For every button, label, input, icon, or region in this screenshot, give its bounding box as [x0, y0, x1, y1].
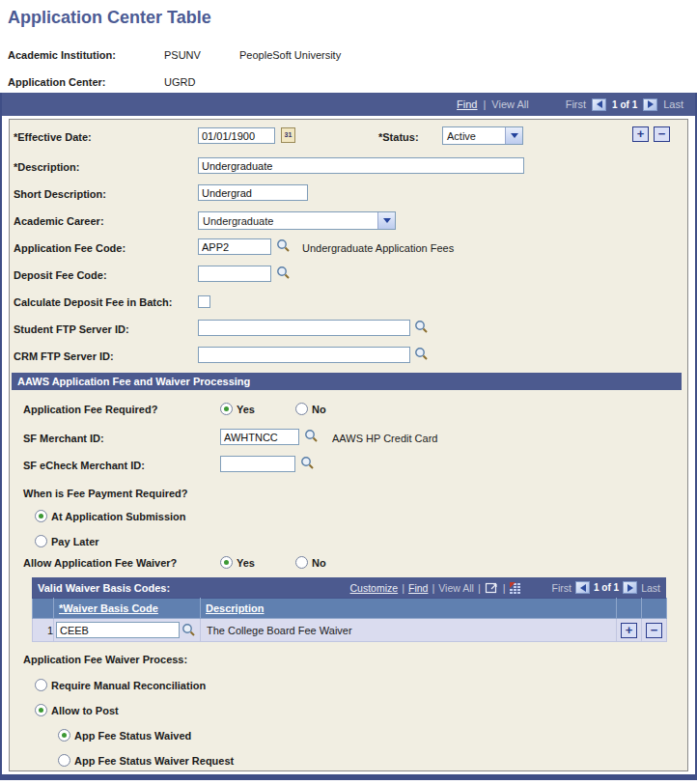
chevron-down-icon [511, 133, 518, 138]
sf-merchant-input[interactable] [220, 429, 299, 445]
application-center-panel: *Effective Date: 31 *Status: Active + − … [9, 119, 688, 771]
scroll-area-navbar: Find | View All First 1 of 1 Last [2, 93, 695, 116]
grid-title: Valid Waiver Basis Codes: [38, 582, 170, 594]
description-header: Description [201, 599, 617, 619]
table-row: 1 The College Board Fee Waiver + − [33, 619, 667, 642]
scroll-area-frame: Find | View All First 1 of 1 Last *Effec… [0, 93, 697, 780]
crm-ftp-label: CRM FTP Server ID: [14, 350, 114, 362]
popup-window-icon[interactable] [485, 581, 499, 594]
crm-ftp-input[interactable] [198, 347, 410, 363]
allow-waiver-yes-radio[interactable] [220, 556, 233, 569]
grid-separator: | [503, 582, 506, 594]
fee-required-no-label: No [312, 404, 326, 415]
lookup-icon[interactable] [300, 456, 315, 471]
delete-row-button[interactable]: − [654, 126, 670, 142]
status-value: Active [443, 130, 505, 142]
sf-echeck-input[interactable] [220, 456, 295, 472]
deposit-fee-code-input[interactable] [198, 266, 271, 282]
view-all-link[interactable]: View All [491, 98, 528, 110]
waiver-basis-code-header-link[interactable]: *Waiver Basis Code [59, 602, 158, 614]
calendar-icon[interactable]: 31 [281, 127, 295, 143]
application-center-label: Application Center: [8, 76, 105, 88]
row-number-header [33, 599, 54, 619]
application-fee-code-description: Undergraduate Application Fees [302, 242, 454, 254]
academic-career-label: Academic Career: [14, 215, 104, 227]
fee-required-label: Application Fee Required? [23, 404, 157, 415]
status-dropdown[interactable]: Active [442, 126, 523, 145]
lookup-icon[interactable] [276, 266, 291, 281]
description-header-link[interactable]: Description [206, 602, 265, 614]
effective-date-label: *Effective Date: [14, 131, 92, 143]
nav-separator: | [484, 98, 487, 110]
waiver-basis-grid: Valid Waiver Basis Codes: Customize | Fi… [32, 577, 666, 642]
fee-required-no-radio[interactable] [295, 403, 308, 415]
grid-previous-button[interactable] [575, 581, 590, 594]
add-row-button[interactable]: + [632, 126, 649, 142]
left-arrow-icon [597, 100, 602, 108]
grid-delete-row-button[interactable]: − [646, 623, 662, 638]
grid-separator: | [402, 582, 404, 594]
sf-echeck-label: SF eCheck Merchant ID: [23, 460, 145, 471]
waiver-request-radio[interactable] [58, 754, 70, 767]
lookup-icon[interactable] [181, 623, 196, 638]
right-arrow-icon [627, 584, 633, 592]
grid-next-button[interactable] [623, 581, 637, 594]
calculate-deposit-label: Calculate Deposit Fee in Batch: [14, 296, 172, 308]
customize-link[interactable]: Customize [350, 582, 399, 594]
dropdown-arrow-icon[interactable] [377, 212, 395, 229]
pay-later-radio[interactable] [35, 535, 47, 547]
page-title: Application Center Table [8, 8, 211, 28]
require-manual-radio[interactable] [35, 679, 47, 691]
allow-waiver-label: Allow Application Fee Waiver? [23, 557, 177, 569]
row-position: 1 of 1 [612, 99, 637, 110]
lookup-icon[interactable] [304, 429, 319, 444]
application-fee-code-input[interactable] [198, 238, 271, 255]
institution-label: Academic Institution: [8, 49, 116, 61]
grid-first-label: First [552, 582, 572, 594]
short-description-input[interactable] [198, 184, 308, 201]
allow-waiver-no-radio[interactable] [295, 556, 308, 569]
dropdown-arrow-icon[interactable] [505, 127, 522, 144]
download-grid-icon[interactable] [510, 582, 523, 594]
fee-required-yes-radio[interactable] [220, 403, 233, 415]
waiver-request-label: App Fee Status Waiver Request [74, 755, 234, 767]
next-row-button[interactable] [643, 98, 657, 111]
right-arrow-icon [648, 100, 654, 108]
aaws-section-header: AAWS Application Fee and Waiver Processi… [12, 373, 682, 390]
academic-career-dropdown[interactable]: Undergraduate [198, 211, 396, 230]
status-waived-radio[interactable] [58, 729, 70, 742]
find-link[interactable]: Find [457, 98, 477, 110]
grid-column-header-row: *Waiver Basis Code Description [33, 599, 667, 619]
allow-waiver-no-label: No [312, 557, 326, 569]
grid-row-position: 1 of 1 [594, 582, 619, 593]
allow-waiver-yes-label: Yes [237, 557, 255, 569]
status-waived-label: App Fee Status Waived [74, 730, 191, 742]
grid-view-all-link[interactable]: View All [438, 582, 474, 594]
grid-add-row-button[interactable]: + [621, 623, 637, 638]
chevron-down-icon [383, 218, 391, 223]
institution-code: PSUNV [164, 49, 201, 61]
effective-date-input[interactable] [198, 127, 275, 144]
first-label: First [566, 98, 586, 110]
when-fee-payment-label: When is Fee Payment Required? [23, 488, 188, 499]
grid-separator: | [478, 582, 481, 594]
lookup-icon[interactable] [414, 320, 429, 335]
lookup-icon[interactable] [414, 347, 429, 362]
fee-required-yes-label: Yes [237, 404, 255, 415]
student-ftp-input[interactable] [198, 320, 410, 336]
student-ftp-label: Student FTP Server ID: [14, 323, 129, 335]
lookup-icon[interactable] [276, 238, 291, 254]
description-input[interactable] [198, 157, 524, 174]
application-fee-code-label: Application Fee Code: [14, 242, 125, 254]
sf-merchant-description: AAWS HP Credit Card [332, 433, 437, 444]
pay-later-label: Pay Later [51, 536, 99, 547]
at-submission-label: At Application Submission [51, 511, 186, 522]
grid-find-link[interactable]: Find [408, 582, 428, 594]
allow-to-post-radio[interactable] [35, 704, 47, 716]
waiver-basis-code-input[interactable] [56, 622, 180, 638]
previous-row-button[interactable] [592, 98, 606, 111]
at-submission-radio[interactable] [35, 510, 47, 522]
row-number: 1 [33, 619, 54, 642]
calculate-deposit-checkbox[interactable] [198, 295, 210, 308]
grid-header-bar: Valid Waiver Basis Codes: Customize | Fi… [32, 577, 666, 598]
